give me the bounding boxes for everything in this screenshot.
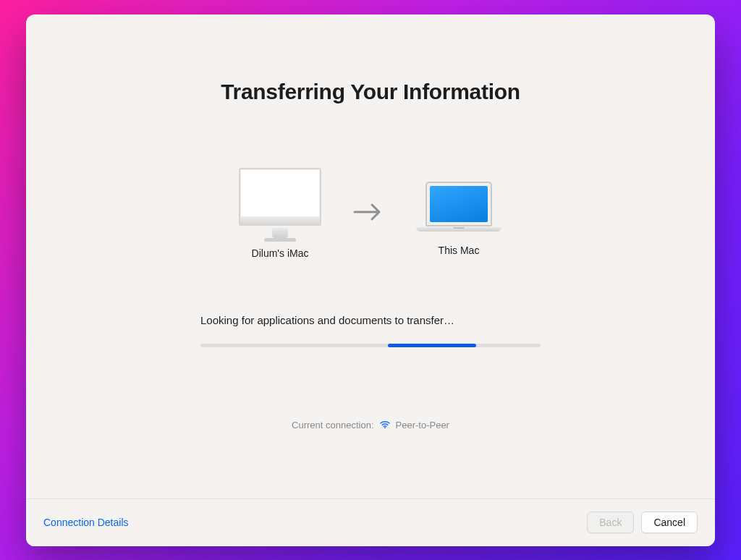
- progress-bar: [200, 344, 541, 347]
- cancel-button[interactable]: Cancel: [641, 512, 698, 533]
- desktop-background: Transferring Your Information Dilum's iM…: [0, 0, 741, 560]
- svg-point-1: [384, 427, 386, 428]
- page-title: Transferring Your Information: [69, 80, 672, 104]
- progress-bar-chunk: [388, 344, 476, 347]
- source-device: Dilum's iMac: [239, 168, 321, 259]
- status-text: Looking for applications and documents t…: [200, 314, 541, 326]
- connection-type: Peer-to-Peer: [396, 420, 449, 430]
- back-button: Back: [587, 512, 634, 533]
- target-device: This Mac: [415, 171, 502, 256]
- connection-status: Current connection: Peer-to-Peer: [69, 420, 672, 430]
- arrow-right-icon: [353, 202, 384, 225]
- source-device-label: Dilum's iMac: [252, 247, 309, 259]
- window-content: Transferring Your Information Dilum's iM…: [26, 14, 715, 499]
- migration-assistant-window: Transferring Your Information Dilum's iM…: [26, 14, 715, 546]
- target-device-label: This Mac: [439, 245, 480, 256]
- imac-icon: [239, 168, 321, 234]
- connection-label: Current connection:: [292, 420, 373, 430]
- wifi-icon: [380, 420, 390, 429]
- device-transfer-diagram: Dilum's iMac This Mac: [69, 168, 672, 259]
- connection-details-link[interactable]: Connection Details: [43, 517, 129, 528]
- macbook-icon: [415, 171, 502, 232]
- window-footer: Connection Details Back Cancel: [26, 499, 715, 546]
